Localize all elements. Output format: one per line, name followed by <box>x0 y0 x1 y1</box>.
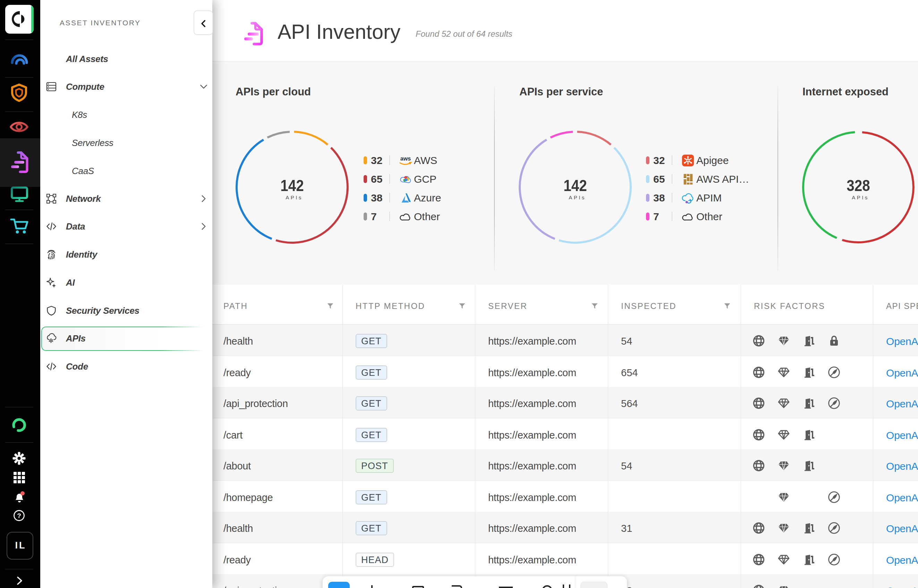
svg-text:aws: aws <box>400 155 411 162</box>
svg-text:?: ? <box>17 512 21 519</box>
